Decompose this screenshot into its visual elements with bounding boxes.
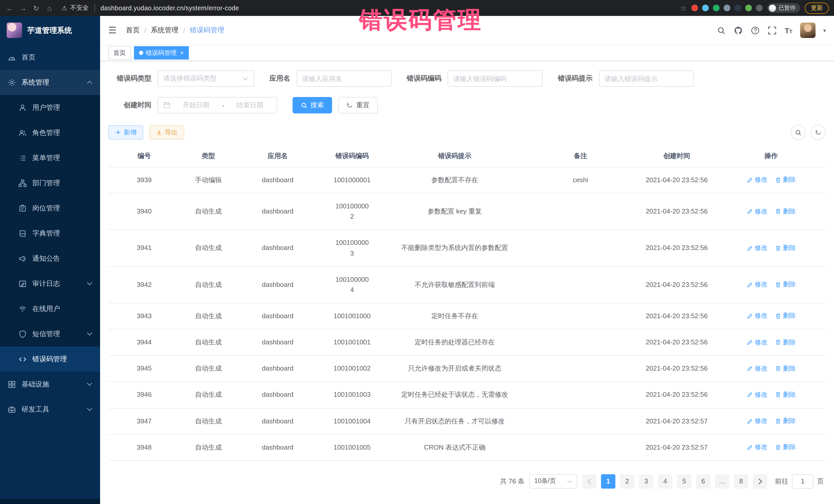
browser-update-button[interactable]: 更新 <box>805 2 829 14</box>
error-type-select[interactable]: 请选择错误码类型 <box>158 70 254 87</box>
browser-home-icon[interactable]: ⌂ <box>45 4 54 12</box>
ext-puzzle-icon[interactable] <box>756 5 763 11</box>
page-button[interactable]: 5 <box>677 474 691 489</box>
ext-lightblue-icon[interactable] <box>702 5 709 11</box>
ext-leaf-icon[interactable] <box>745 5 752 11</box>
export-button[interactable]: 导出 <box>149 125 184 139</box>
delete-link[interactable]: 删除 <box>775 243 796 253</box>
search-icon[interactable] <box>717 26 726 35</box>
fullscreen-icon[interactable] <box>768 26 777 35</box>
delete-link[interactable]: 删除 <box>775 416 796 426</box>
tab-首页[interactable]: 首页 <box>108 46 131 60</box>
sidebar-item-post[interactable]: 岗位管理 <box>0 196 100 221</box>
browser-back-icon[interactable]: ← <box>5 4 14 12</box>
breadcrumb-item[interactable]: 系统管理 <box>151 26 179 35</box>
add-button[interactable]: 新增 <box>108 125 143 139</box>
sidebar-item-sms[interactable]: 短信管理 <box>0 321 100 346</box>
error-code-input[interactable] <box>447 70 543 87</box>
sidebar-item-dict[interactable]: 字典管理 <box>0 221 100 246</box>
edit-link[interactable]: 修改 <box>746 364 768 374</box>
paused-badge[interactable]: 已暂停 <box>767 3 800 13</box>
error-hint-input[interactable] <box>599 70 694 87</box>
goto-page-input[interactable] <box>792 474 813 489</box>
page-button[interactable]: 3 <box>639 474 653 489</box>
toggle-search-button[interactable] <box>790 125 806 140</box>
url-text[interactable]: dashboard.yudao.iocoder.cn/system/error-… <box>101 4 239 12</box>
delete-link[interactable]: 删除 <box>775 337 796 348</box>
sidebar-item-online[interactable]: 在线用户 <box>0 296 100 321</box>
sidebar-item-menu[interactable]: 菜单管理 <box>0 145 100 170</box>
font-size-icon[interactable]: TT <box>785 26 792 34</box>
sidebar-item-label: 字典管理 <box>32 229 60 238</box>
edit-link[interactable]: 修改 <box>746 311 768 321</box>
edit-link[interactable]: 修改 <box>746 206 768 217</box>
edit-link[interactable]: 修改 <box>746 442 768 453</box>
cell-operations: 修改 删除 <box>717 382 826 408</box>
sidebar-item-audit[interactable]: 审计日志 <box>0 271 100 296</box>
page-button[interactable]: 4 <box>658 474 672 489</box>
app-name-input[interactable] <box>297 70 391 87</box>
sidebar-item-label: 短信管理 <box>32 329 60 338</box>
reset-button[interactable]: 重置 <box>338 97 378 113</box>
sidebar-item-notice[interactable]: 通知公告 <box>0 246 100 271</box>
ext-dark-on-icon[interactable] <box>734 5 741 11</box>
browser-forward-icon[interactable]: → <box>19 4 27 12</box>
edit-link[interactable]: 修改 <box>746 337 768 348</box>
cell-operations: 修改 删除 <box>717 303 826 329</box>
edit-link[interactable]: 修改 <box>746 390 768 400</box>
delete-link[interactable]: 删除 <box>775 442 796 453</box>
edit-link[interactable]: 修改 <box>746 243 768 253</box>
avatar-caret-icon[interactable]: ▾ <box>823 27 826 33</box>
tab-close-icon[interactable]: × <box>180 50 184 56</box>
ext-red-icon[interactable] <box>691 5 698 11</box>
bookmark-star-icon[interactable]: ☆ <box>680 4 687 12</box>
prev-page-button[interactable] <box>582 474 596 489</box>
delete-link[interactable]: 删除 <box>775 311 796 321</box>
ext-green-check-icon[interactable] <box>713 5 720 11</box>
sidebar-item-user[interactable]: 用户管理 <box>0 95 100 120</box>
sidebar-item-errcode[interactable]: 错误码管理 <box>0 346 100 372</box>
sidebar-collapse-bar[interactable] <box>0 499 100 504</box>
edit-link[interactable]: 修改 <box>746 416 768 426</box>
page-button[interactable]: 1 <box>601 474 615 489</box>
filter-hint-label: 错误码提示 <box>558 74 593 83</box>
delete-link[interactable]: 删除 <box>775 206 796 217</box>
delete-link[interactable]: 删除 <box>775 390 796 400</box>
logo[interactable]: 芋道管理系统 <box>0 16 100 45</box>
hamburger-icon[interactable]: ☰ <box>108 25 116 36</box>
next-page-button[interactable] <box>753 474 767 489</box>
delete-link[interactable]: 删除 <box>775 175 796 185</box>
search-button[interactable]: 搜索 <box>292 97 332 113</box>
cell-hint: 参数配置不存在 <box>386 167 524 193</box>
delete-link-label: 删除 <box>783 390 796 400</box>
table-toolbar: 新增 导出 <box>108 125 826 140</box>
sidebar-item-home[interactable]: 首页 <box>0 45 100 70</box>
page-button[interactable]: 8 <box>734 474 748 489</box>
sidebar-item-tools[interactable]: 研发工具 <box>0 397 100 422</box>
help-icon[interactable] <box>751 26 760 35</box>
sidebar-item-role[interactable]: 角色管理 <box>0 120 100 145</box>
logo-avatar <box>7 23 22 38</box>
security-indicator[interactable]: ⚠ 不安全 <box>62 4 89 12</box>
github-icon[interactable] <box>734 26 743 35</box>
ext-bluegray-icon[interactable] <box>724 5 730 11</box>
page-size-select[interactable]: 10条/页 <box>529 474 577 489</box>
breadcrumb-item[interactable]: 首页 <box>126 26 139 35</box>
sidebar-item-dept[interactable]: 部门管理 <box>0 170 100 196</box>
user-avatar[interactable] <box>800 23 815 38</box>
page-button[interactable]: 6 <box>696 474 710 489</box>
browser-reload-icon[interactable]: ↻ <box>32 4 41 12</box>
page-more-button[interactable]: … <box>715 474 729 489</box>
page-button[interactable]: 2 <box>620 474 634 489</box>
edit-link[interactable]: 修改 <box>746 175 768 185</box>
edit-link[interactable]: 修改 <box>746 280 768 290</box>
calendar-icon <box>163 102 170 109</box>
delete-link[interactable]: 删除 <box>775 280 796 290</box>
sidebar-item-system[interactable]: 系统管理 <box>0 70 100 95</box>
refresh-button[interactable] <box>810 125 826 140</box>
breadcrumb-separator: / <box>183 26 185 34</box>
delete-link[interactable]: 删除 <box>775 364 796 374</box>
date-range-picker[interactable]: 开始日期 - 结束日期 <box>158 97 277 113</box>
sidebar-item-infra[interactable]: 基础设施 <box>0 372 100 397</box>
tab-错误码管理[interactable]: 错误码管理× <box>134 46 189 60</box>
